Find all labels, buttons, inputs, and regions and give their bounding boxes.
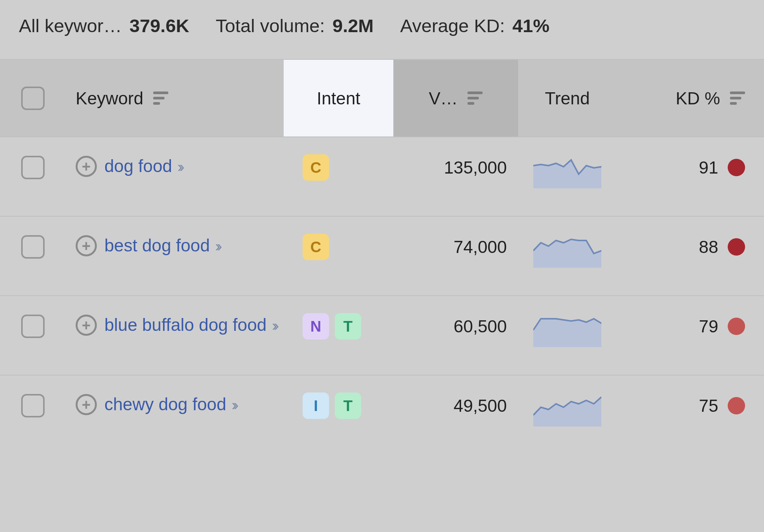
sort-icon [730, 92, 745, 105]
intent-cell: IT [284, 392, 393, 419]
volume-value: 74,000 [453, 237, 507, 257]
row-select-cell [0, 234, 68, 260]
add-keyword-icon[interactable]: + [76, 235, 97, 256]
summary-volume-value: 9.2M [332, 15, 374, 36]
sort-icon [467, 92, 483, 105]
volume-value: 60,500 [453, 316, 507, 337]
kd-cell: 91 [616, 154, 764, 181]
row-select-cell [0, 392, 68, 419]
chevron-right-icon: ›› [177, 158, 182, 175]
column-header-trend-label: Trend [545, 88, 590, 109]
keyword-link[interactable]: best dog food›› [104, 234, 219, 257]
volume-cell: 135,000 [393, 154, 518, 181]
keyword-text: best dog food [104, 236, 210, 255]
intent-cell: C [284, 234, 393, 260]
intent-badge[interactable]: C [303, 234, 329, 260]
chevron-right-icon: ›› [231, 397, 236, 413]
volume-cell: 60,500 [393, 313, 518, 340]
keyword-cell: +chewy dog food›› [68, 392, 284, 419]
trend-cell [518, 154, 616, 188]
row-checkbox[interactable] [21, 156, 45, 179]
kd-value: 88 [699, 237, 718, 257]
sort-icon [153, 92, 168, 105]
keyword-text: dog food [104, 156, 172, 176]
volume-value: 135,000 [444, 157, 507, 178]
table-header-row: Keyword Intent V… Trend KD % [0, 59, 764, 136]
intent-badge[interactable]: C [303, 154, 329, 181]
table-row: +dog food››C135,00091 [0, 136, 764, 216]
column-header-keyword[interactable]: Keyword [68, 85, 284, 112]
trend-cell [518, 234, 616, 268]
keyword-cell: +blue buffalo dog food›› [68, 313, 284, 340]
column-header-keyword-label: Keyword [76, 88, 143, 109]
kd-value: 91 [699, 157, 718, 178]
add-keyword-icon[interactable]: + [76, 394, 97, 415]
trend-sparkline [533, 154, 601, 188]
row-select-cell [0, 154, 68, 181]
kd-difficulty-dot [728, 159, 745, 176]
intent-cell: C [284, 154, 393, 181]
column-header-trend[interactable]: Trend [518, 85, 616, 112]
column-header-intent-label: Intent [317, 88, 360, 109]
kd-value: 79 [699, 316, 718, 337]
keyword-text: blue buffalo dog food [104, 315, 267, 335]
volume-cell: 49,500 [393, 392, 518, 419]
row-checkbox[interactable] [21, 315, 45, 338]
column-header-intent[interactable]: Intent [284, 60, 393, 136]
intent-badge[interactable]: T [335, 392, 361, 419]
kd-cell: 79 [616, 313, 764, 340]
kd-cell: 88 [616, 234, 764, 260]
row-checkbox[interactable] [21, 235, 45, 259]
keyword-link[interactable]: dog food›› [104, 154, 182, 178]
summary-bar: All keywor… 379.6K Total volume: 9.2M Av… [0, 0, 764, 59]
kd-cell: 75 [616, 392, 764, 419]
select-all-cell [0, 85, 68, 112]
kd-difficulty-dot [728, 238, 745, 256]
summary-kd-label: Average KD: [400, 15, 505, 36]
intent-cell: NT [284, 313, 393, 340]
intent-badge[interactable]: T [335, 313, 361, 340]
trend-cell [518, 392, 616, 427]
trend-cell [518, 313, 616, 347]
table-row: +best dog food››C74,00088 [0, 216, 764, 295]
table-row: +chewy dog food››IT49,50075 [0, 375, 764, 454]
volume-value: 49,500 [453, 396, 507, 416]
column-header-kd[interactable]: KD % [616, 85, 764, 112]
summary-kd-value: 41% [512, 15, 550, 36]
chevron-right-icon: ›› [272, 317, 276, 334]
chevron-right-icon: ›› [215, 238, 219, 254]
summary-keywords-label: All keywor… [19, 15, 122, 36]
summary-keywords-value: 379.6K [129, 15, 189, 36]
add-keyword-icon[interactable]: + [76, 315, 97, 336]
keywords-table: Keyword Intent V… Trend KD % +dog food››… [0, 59, 764, 454]
keyword-link[interactable]: chewy dog food›› [104, 392, 236, 416]
intent-badge[interactable]: I [303, 392, 329, 419]
add-keyword-icon[interactable]: + [76, 156, 97, 177]
row-checkbox[interactable] [21, 394, 45, 417]
keyword-cell: +dog food›› [68, 154, 284, 181]
keyword-link[interactable]: blue buffalo dog food›› [104, 313, 276, 337]
kd-value: 75 [699, 396, 718, 416]
row-select-cell [0, 313, 68, 340]
trend-sparkline [533, 234, 601, 268]
column-header-volume[interactable]: V… [393, 60, 518, 136]
summary-volume-label: Total volume: [216, 15, 325, 36]
trend-sparkline [533, 313, 601, 347]
column-header-kd-label: KD % [675, 88, 720, 109]
keyword-text: chewy dog food [104, 394, 226, 414]
table-row: +blue buffalo dog food››NT60,50079 [0, 295, 764, 375]
select-all-checkbox[interactable] [21, 87, 45, 110]
volume-cell: 74,000 [393, 234, 518, 260]
keyword-cell: +best dog food›› [68, 234, 284, 260]
trend-sparkline [533, 392, 601, 427]
kd-difficulty-dot [728, 397, 745, 414]
kd-difficulty-dot [728, 318, 745, 335]
intent-badge[interactable]: N [303, 313, 329, 340]
column-header-volume-label: V… [429, 88, 458, 109]
